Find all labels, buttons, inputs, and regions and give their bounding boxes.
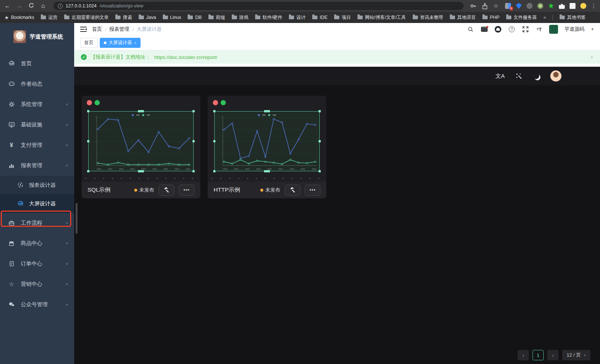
resize-handle[interactable] <box>192 110 195 112</box>
user-qr-avatar[interactable] <box>549 25 558 34</box>
chrome-menu-icon[interactable]: ⋮ <box>591 3 596 9</box>
alert-doc-link[interactable]: https://doc.iocoder.cn/report/ <box>154 54 217 60</box>
translate-icon[interactable]: 文A <box>495 73 505 80</box>
resize-handle[interactable] <box>192 140 195 142</box>
resize-handle[interactable] <box>138 110 144 112</box>
message-icon[interactable] <box>481 26 488 33</box>
profile-avatar[interactable] <box>580 3 586 9</box>
bookmark-folder[interactable]: Linux <box>163 15 181 20</box>
password-key-icon[interactable] <box>470 3 476 9</box>
menu-fold-icon[interactable] <box>80 27 87 32</box>
help-icon[interactable]: ? <box>508 26 515 33</box>
breadcrumb-report[interactable]: 报表管理 <box>109 26 129 33</box>
bookmark-folder[interactable]: 近期需要读的文章 <box>64 14 109 21</box>
resize-handle[interactable] <box>87 170 89 172</box>
extension-gem-icon[interactable] <box>516 3 522 9</box>
magic-wand-icon[interactable] <box>516 73 522 79</box>
prev-page-button[interactable]: ‹ <box>518 350 529 360</box>
bookmarks-overflow-icon[interactable]: » <box>543 15 546 20</box>
bookmark-folder[interactable]: 设计 <box>289 14 306 21</box>
bookmark-folder[interactable]: 项目 <box>334 14 351 21</box>
breadcrumb-home[interactable]: 首页 <box>92 26 102 33</box>
page-size-select[interactable]: 12 / 页 ∨ <box>562 350 590 360</box>
app-logo-row[interactable]: 芋道管理系统 <box>0 23 74 47</box>
resize-handle[interactable] <box>213 170 215 172</box>
sidebar-item-system[interactable]: 系统管理 ∨ <box>0 94 74 115</box>
project-card[interactable]: SQL示例 未发布 ••• <box>82 96 200 198</box>
extension-blocks-icon[interactable]: 9 <box>505 3 511 9</box>
share-icon[interactable] <box>482 3 488 9</box>
bookmarks-root[interactable]: ★ Bookmarks <box>4 15 34 20</box>
dark-mode-moon-icon[interactable] <box>533 73 539 79</box>
resize-handle[interactable] <box>192 170 195 172</box>
address-bar[interactable]: i 127.0.0.1:1024/visualization/go-view <box>53 2 464 10</box>
sidebar-item-author[interactable]: 作者动态 <box>0 74 74 94</box>
resize-handle[interactable] <box>138 170 144 172</box>
sidebar-item-wechat[interactable]: 公众号管理 ∨ <box>0 294 74 315</box>
bookmark-folder[interactable]: PHP <box>482 15 500 20</box>
resize-handle[interactable] <box>264 110 270 112</box>
sidebar-item-marketing[interactable]: ☆ 营销中心 ∨ <box>0 274 74 294</box>
resize-handle[interactable] <box>213 110 215 112</box>
extensions-puzzle-icon[interactable] <box>559 3 565 9</box>
resize-handle[interactable] <box>87 140 89 142</box>
resize-handle[interactable] <box>264 170 270 172</box>
bookmark-folder[interactable]: IDE <box>312 15 327 20</box>
user-caret-icon[interactable]: ▼ <box>591 27 594 31</box>
sidebar-item-home[interactable]: 首页 <box>0 53 74 74</box>
project-preview[interactable] <box>82 96 200 182</box>
bookmark-star-icon[interactable]: ☆ <box>494 3 498 9</box>
project-card[interactable]: HTTP示例 未发布 ••• <box>208 96 326 198</box>
bookmark-folder[interactable]: 软件/硬件 <box>255 14 282 21</box>
resize-handle[interactable] <box>319 110 321 112</box>
resize-handle[interactable] <box>319 140 321 142</box>
bookmark-folder[interactable]: 前端 <box>208 14 225 21</box>
more-options-button[interactable]: ••• <box>179 185 194 196</box>
bookmark-folder[interactable]: DB <box>188 15 201 20</box>
bookmark-folder[interactable]: 其他语言 <box>450 14 476 21</box>
resize-handle[interactable] <box>319 170 321 172</box>
resize-handle[interactable] <box>87 110 89 112</box>
bookmark-folder[interactable]: 文件服务器 <box>506 14 537 21</box>
other-bookmarks[interactable]: 其他书签 <box>560 14 586 21</box>
sidebar-item-pay[interactable]: ¥ 支付管理 ∨ <box>0 135 74 155</box>
sidebar-item-infra[interactable]: 基础设施 ∨ <box>0 115 74 135</box>
sidebar-item-report-designer[interactable]: 报表设计器 <box>0 176 74 194</box>
site-info-icon[interactable]: i <box>58 4 63 9</box>
goview-user-avatar[interactable] <box>550 70 561 82</box>
github-icon[interactable] <box>494 26 502 33</box>
sidebar-item-workflow[interactable]: 工作流程 ∨ <box>0 213 74 233</box>
bookmark-folder[interactable]: Java <box>139 15 156 20</box>
tab-bigscreen-designer[interactable]: 大屏设计器 × <box>100 38 141 48</box>
tab-close-icon[interactable]: × <box>134 41 136 45</box>
bookmark-folder[interactable]: 运营 <box>41 14 57 21</box>
extension-gray-circle-icon[interactable] <box>527 3 533 9</box>
username[interactable]: 芋道源码 <box>564 26 584 33</box>
sidebar-item-report[interactable]: 报表管理 ∧ <box>0 155 74 176</box>
search-icon[interactable] <box>467 26 474 33</box>
sidebar-item-product[interactable]: 商品中心 ∨ <box>0 233 74 254</box>
reload-icon[interactable] <box>27 3 35 10</box>
extension-square-icon[interactable] <box>570 3 576 9</box>
extension-green-star-icon[interactable] <box>548 3 554 9</box>
next-page-button[interactable]: › <box>547 350 558 360</box>
project-preview[interactable] <box>208 96 326 182</box>
alert-close-icon[interactable]: × <box>590 54 593 60</box>
font-size-icon[interactable]: TT <box>535 26 543 33</box>
edit-hammer-button[interactable] <box>285 185 300 196</box>
back-icon[interactable]: ← <box>4 3 11 9</box>
bookmark-folder[interactable]: 网站/博客/文章/工具 <box>357 14 406 21</box>
resize-handle[interactable] <box>213 140 215 142</box>
bookmark-folder[interactable]: 搜索 <box>115 14 132 21</box>
sidebar-item-order[interactable]: 订单中心 ∨ <box>0 254 74 274</box>
more-options-button[interactable]: ••• <box>305 185 320 196</box>
bookmark-folder[interactable]: 游戏 <box>232 14 248 21</box>
edit-hammer-button[interactable] <box>159 185 174 196</box>
scrollbar-thumb[interactable] <box>76 203 78 234</box>
forward-icon[interactable]: → <box>16 3 23 9</box>
extension-green-circle-icon[interactable] <box>537 3 543 9</box>
tab-home[interactable]: 首页 <box>80 38 98 48</box>
home-icon[interactable]: ⌂ <box>39 3 47 9</box>
fullscreen-icon[interactable] <box>522 26 529 33</box>
bookmark-folder[interactable]: 资讯未整理 <box>413 14 444 21</box>
